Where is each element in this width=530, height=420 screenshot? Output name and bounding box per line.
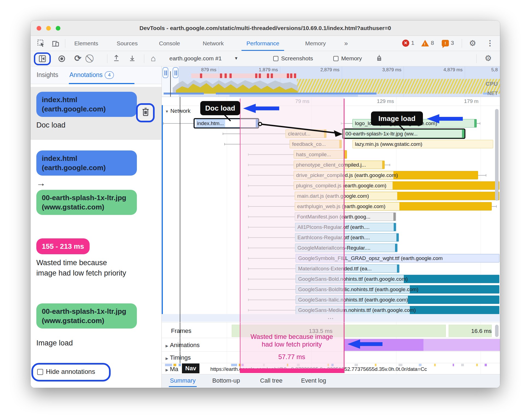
trash-icon[interactable] <box>142 107 150 118</box>
annotation-pill-time-range[interactable]: 155 - 213 ms <box>36 238 90 254</box>
bottom-tracks[interactable]: 133.5 ms16.6 ms Frames ▶Animations ▶Timi… <box>162 322 500 374</box>
tab-network[interactable]: Network <box>198 36 229 51</box>
annotation-pill-index-html[interactable]: index.html (earth.google.com) <box>36 92 137 117</box>
request-download-phase <box>399 202 492 211</box>
trace-window-left-handle[interactable] <box>163 67 168 78</box>
inspect-element-icon[interactable] <box>37 39 45 48</box>
wasted-range-start-line <box>240 323 241 373</box>
annotation-pill-splash-jpg[interactable]: 00-earth-splash-1x-ltr.jpg (www.gstatic.… <box>36 303 137 329</box>
garbage-collect-icon[interactable] <box>375 54 383 63</box>
request-whisker <box>163 123 195 124</box>
long-task-marker <box>294 73 296 78</box>
tab-bottom-up[interactable]: Bottom-up <box>212 374 240 387</box>
home-icon[interactable]: ⌂ <box>151 54 156 63</box>
device-toolbar-icon[interactable] <box>51 39 60 48</box>
main-thread-activity-chip <box>375 364 376 366</box>
capture-settings-gear-icon[interactable]: ⚙ <box>485 54 492 63</box>
checkbox-icon <box>333 56 338 61</box>
triangle-down-icon: ▼ <box>165 109 169 114</box>
tab-memory[interactable]: Memory <box>300 36 331 51</box>
main-track-label[interactable]: ▶Ma <box>166 366 178 373</box>
animations-track-label[interactable]: ▶Animations <box>166 342 200 349</box>
frame-duration-label: 16.6 ms <box>471 325 492 337</box>
annotation-pill-splash-jpg[interactable]: 00-earth-splash-1x-ltr.jpg (www.gstatic.… <box>36 190 137 215</box>
tab-call-tree[interactable]: Call tree <box>260 374 282 387</box>
main-thread-activity-chip <box>399 364 402 366</box>
wasted-time-annotation-text: Wasted time because image had low fetch … <box>240 333 344 361</box>
ruler-tick: 179 m <box>446 98 478 104</box>
screenshots-checkbox[interactable]: Screenshots <box>273 55 313 62</box>
tab-sources[interactable]: Sources <box>112 36 143 51</box>
tab-insights[interactable]: Insights <box>37 66 58 84</box>
vertical-scrollbar[interactable] <box>495 109 499 201</box>
wasted-time-arrow <box>348 339 382 349</box>
main-thread-activity-chip <box>461 364 464 366</box>
more-tabs-icon[interactable]: » <box>339 36 353 51</box>
chevron-down-icon[interactable]: ▾ <box>235 55 237 61</box>
annotation-ring-trash <box>136 103 155 122</box>
long-task-marker <box>255 73 257 78</box>
overview-network-bar <box>164 93 204 94</box>
devtools-window: DevTools - earth.google.com/static/multi… <box>31 20 500 388</box>
record-icon[interactable] <box>58 55 66 64</box>
long-task-marker <box>287 73 289 78</box>
request-label: 00-earth-splash-1x-ltr.jpg (ww... <box>346 130 418 138</box>
link-arrow: → <box>36 178 46 188</box>
request-whisker <box>492 206 496 207</box>
tab-annotations[interactable]: Annotations4 <box>69 66 114 84</box>
annotation-pill-index-html[interactable]: index.html (earth.google.com) <box>36 150 137 176</box>
hide-annotations-checkbox[interactable]: Hide annotations <box>37 368 95 375</box>
cpu-estimate-hatch <box>297 79 500 94</box>
target-selector[interactable]: earth.google.com #1 <box>169 55 222 62</box>
navigation-marker-line <box>180 97 180 322</box>
request-whisker <box>478 175 487 176</box>
nav-marker-label: Nav <box>182 363 199 373</box>
vertical-scrollbar[interactable] <box>495 325 499 337</box>
issues-badge[interactable]: !3 <box>442 40 454 47</box>
overview-network-bar <box>229 95 358 97</box>
image-load-annotation-label[interactable]: Image load <box>371 111 423 126</box>
request-download-phase <box>404 275 499 283</box>
request-download-phase <box>410 306 499 314</box>
reload-record-icon[interactable]: ⟳ <box>74 53 81 63</box>
trace-window-right-handle[interactable] <box>173 67 178 78</box>
tab-elements[interactable]: Elements <box>69 36 103 51</box>
download-profile-icon[interactable] <box>128 54 136 63</box>
overview-network-bar <box>216 93 376 94</box>
upload-profile-icon[interactable] <box>113 54 120 63</box>
more-options-icon[interactable]: ⋮ <box>486 39 494 48</box>
annotations-sidebar: Insights Annotations4 index.html (earth.… <box>31 66 162 388</box>
wasted-range-end-line <box>344 323 344 373</box>
annotation-card-doc-load[interactable]: index.html (earth.google.com) Doc load <box>31 87 161 140</box>
overview-ruler-tick: 1,879 ms <box>248 67 278 73</box>
network-request-bar[interactable]: 00-earth-splash-1x-ltr.jpg (ww... <box>343 129 464 138</box>
tab-console[interactable]: Console <box>154 36 185 51</box>
network-request-bar[interactable]: lazy.min.js (www.gstatic.com) <box>352 140 493 148</box>
devtools-tab-bar: Elements Sources Console Network Perform… <box>31 36 500 51</box>
tab-performance[interactable]: Performance <box>242 36 284 51</box>
request-end-cap <box>344 150 347 159</box>
network-section-header[interactable]: ▼Network <box>165 108 190 114</box>
error-badge[interactable]: ✕1 <box>402 40 414 47</box>
animation-bar[interactable] <box>423 339 500 351</box>
request-end-cap <box>397 264 399 273</box>
warning-badge[interactable]: !8 <box>421 40 434 47</box>
long-task-marker <box>225 73 227 78</box>
request-end-cap <box>462 129 464 138</box>
wasted-range-start-line <box>240 99 241 322</box>
performance-timeline: CPU NET 879 ms1,879 ms2,879 ms3,879 ms4,… <box>162 66 500 388</box>
long-task-marker <box>200 73 202 78</box>
tab-event-log[interactable]: Event log <box>301 374 326 387</box>
timeline-overview[interactable]: CPU NET 879 ms1,879 ms2,879 ms3,879 ms4,… <box>162 66 500 97</box>
network-waterfall[interactable]: ▼Network index.htm...logo_lockup.svg (ea… <box>162 97 500 322</box>
sidebar-tab-strip: Insights Annotations4 <box>31 66 161 84</box>
cpu-track-label: CPU <box>486 81 498 87</box>
settings-gear-icon[interactable]: ⚙ <box>469 39 476 48</box>
annotation-label: Doc load <box>36 121 66 129</box>
memory-checkbox[interactable]: Memory <box>333 55 362 62</box>
request-label: lazy.min.js (www.gstatic.com) <box>355 140 422 148</box>
timings-track-label[interactable]: ▶Timings <box>166 354 191 361</box>
tab-summary[interactable]: Summary <box>170 374 196 387</box>
toggle-sidebar-icon[interactable] <box>38 55 46 64</box>
doc-load-annotation-label[interactable]: Doc load <box>200 101 240 115</box>
